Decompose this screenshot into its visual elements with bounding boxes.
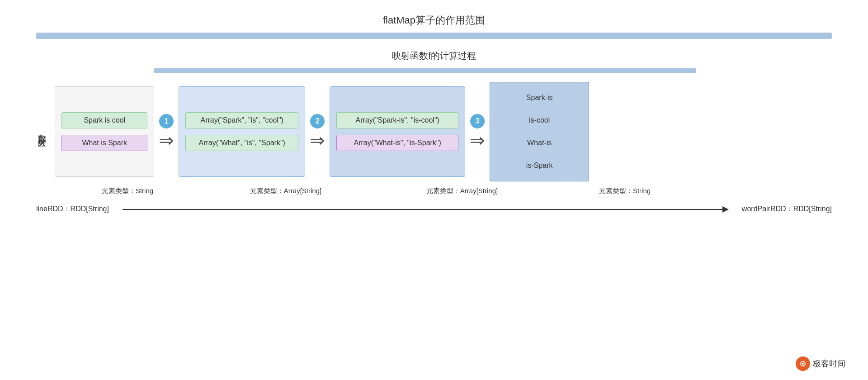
- box4: Spark-is is-cool What-is is-Spark: [490, 82, 589, 181]
- mapping-bar: [154, 68, 696, 73]
- type-row: 元素类型：String 元素类型：Array[String] 元素类型：Arra…: [36, 187, 832, 195]
- box3-item2: Array("What-is", "is-Spark"): [336, 135, 458, 151]
- box4-line3: What-is: [496, 136, 582, 151]
- logo: 极客时间: [796, 356, 845, 371]
- type-label-3: 元素类型：Array[String]: [394, 187, 530, 195]
- box1: Spark is cool What is Spark: [55, 86, 154, 177]
- box2-item2: Array("What", "is", "Spark"): [185, 135, 298, 151]
- logo-text: 极客时间: [813, 358, 845, 369]
- arrow1-container: 1 ⇒: [154, 114, 179, 149]
- box4-line1: Spark-is: [496, 90, 582, 105]
- box1-item2: What is Spark: [61, 135, 147, 151]
- box3-item1: Array("Spark-is", "is-cool"): [336, 112, 458, 128]
- line-rdd-label: lineRDD：RDD[String]: [36, 204, 109, 214]
- type-label-4: 元素类型：String: [575, 187, 675, 195]
- logo-icon: [796, 356, 810, 371]
- type-label-1: 元素类型：String: [78, 187, 177, 195]
- main-container: flatMap算子的作用范围 映射函数f的计算过程 数据分区 Spark is …: [0, 0, 868, 380]
- logo-svg: [798, 359, 808, 369]
- flatmap-bar: [36, 33, 832, 39]
- box1-item1: Spark is cool: [61, 112, 147, 128]
- partition-label: 数据分区: [36, 128, 47, 135]
- arrow3-container: 3 ⇒: [465, 114, 490, 149]
- type-label-2: 元素类型：Array[String]: [222, 187, 349, 195]
- box4-line2: is-cool: [496, 113, 582, 128]
- svg-point-2: [802, 363, 804, 365]
- circle-num-1: 1: [159, 114, 174, 128]
- circle-num-3: 3: [470, 114, 485, 128]
- box2-item1: Array("Spark", "is", "cool"): [185, 112, 298, 128]
- circle-num-2: 2: [310, 114, 325, 128]
- main-title: flatMap算子的作用范围: [27, 14, 841, 27]
- word-pair-rdd-label: wordPairRDD：RDD[String]: [742, 204, 832, 214]
- bottom-row: lineRDD：RDD[String] wordPairRDD：RDD[Stri…: [36, 204, 832, 214]
- arrow1-icon: ⇒: [159, 131, 174, 149]
- bottom-arrow: [123, 209, 728, 210]
- arrow3-icon: ⇒: [470, 131, 485, 149]
- arrow2-icon: ⇒: [310, 131, 325, 149]
- section-title: 映射函数f的计算过程: [27, 50, 841, 62]
- box2: Array("Spark", "is", "cool") Array("What…: [179, 86, 305, 177]
- box4-line4: is-Spark: [496, 158, 582, 173]
- diagram-row: 数据分区 Spark is cool What is Spark 1 ⇒ Arr…: [36, 82, 832, 181]
- box3: Array("Spark-is", "is-cool") Array("What…: [330, 86, 465, 177]
- arrow2-container: 2 ⇒: [305, 114, 330, 149]
